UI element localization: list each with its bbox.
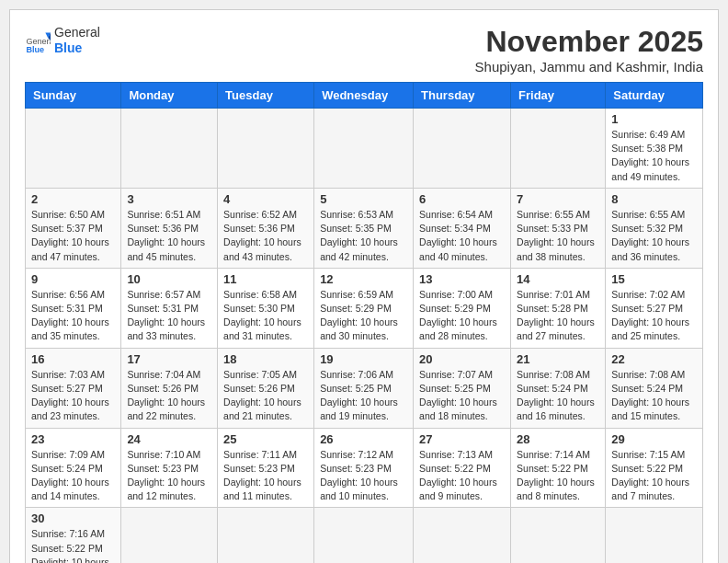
calendar-cell: 25Sunrise: 7:11 AM Sunset: 5:23 PM Dayli… <box>218 428 314 508</box>
day-number: 25 <box>223 432 308 446</box>
calendar-cell <box>511 508 606 563</box>
day-info: Sunrise: 7:08 AM Sunset: 5:24 PM Dayligh… <box>517 368 599 424</box>
day-info: Sunrise: 6:49 AM Sunset: 5:38 PM Dayligh… <box>611 128 697 184</box>
calendar-cell: 14Sunrise: 7:01 AM Sunset: 5:28 PM Dayli… <box>511 268 606 348</box>
day-info: Sunrise: 7:16 AM Sunset: 5:22 PM Dayligh… <box>31 527 115 563</box>
week-row-4: 16Sunrise: 7:03 AM Sunset: 5:27 PM Dayli… <box>26 348 703 428</box>
week-row-5: 23Sunrise: 7:09 AM Sunset: 5:24 PM Dayli… <box>26 428 703 508</box>
logo: General Blue General Blue <box>25 25 100 56</box>
day-info: Sunrise: 6:55 AM Sunset: 5:33 PM Dayligh… <box>517 208 599 264</box>
calendar-cell: 23Sunrise: 7:09 AM Sunset: 5:24 PM Dayli… <box>26 428 121 508</box>
calendar-cell <box>121 508 218 563</box>
day-number: 26 <box>320 432 407 446</box>
calendar-cell: 12Sunrise: 6:59 AM Sunset: 5:29 PM Dayli… <box>314 268 414 348</box>
day-info: Sunrise: 7:11 AM Sunset: 5:23 PM Dayligh… <box>223 448 308 504</box>
day-number: 30 <box>31 511 115 525</box>
month-title: November 2025 <box>475 25 703 59</box>
week-row-6: 30Sunrise: 7:16 AM Sunset: 5:22 PM Dayli… <box>26 508 703 563</box>
day-info: Sunrise: 6:50 AM Sunset: 5:37 PM Dayligh… <box>31 208 115 264</box>
calendar-cell: 16Sunrise: 7:03 AM Sunset: 5:27 PM Dayli… <box>26 348 121 428</box>
calendar-container: General Blue General Blue November 2025 … <box>9 9 719 563</box>
day-info: Sunrise: 7:00 AM Sunset: 5:29 PM Dayligh… <box>419 288 505 344</box>
calendar-cell: 1Sunrise: 6:49 AM Sunset: 5:38 PM Daylig… <box>606 109 703 189</box>
day-number: 29 <box>611 432 697 446</box>
day-info: Sunrise: 7:09 AM Sunset: 5:24 PM Dayligh… <box>31 448 115 504</box>
day-info: Sunrise: 7:07 AM Sunset: 5:25 PM Dayligh… <box>419 368 505 424</box>
calendar-cell <box>26 109 121 189</box>
day-info: Sunrise: 7:05 AM Sunset: 5:26 PM Dayligh… <box>223 368 308 424</box>
calendar-cell: 18Sunrise: 7:05 AM Sunset: 5:26 PM Dayli… <box>218 348 314 428</box>
calendar-cell: 11Sunrise: 6:58 AM Sunset: 5:30 PM Dayli… <box>218 268 314 348</box>
calendar-cell <box>511 109 606 189</box>
day-number: 11 <box>223 272 308 286</box>
day-number: 27 <box>419 432 505 446</box>
day-number: 19 <box>320 352 407 366</box>
day-number: 21 <box>517 352 599 366</box>
day-number: 4 <box>223 192 308 206</box>
day-info: Sunrise: 6:56 AM Sunset: 5:31 PM Dayligh… <box>31 288 115 344</box>
calendar-cell: 15Sunrise: 7:02 AM Sunset: 5:27 PM Dayli… <box>606 268 703 348</box>
calendar-cell: 21Sunrise: 7:08 AM Sunset: 5:24 PM Dayli… <box>511 348 606 428</box>
day-number: 16 <box>31 352 115 366</box>
day-number: 28 <box>517 432 599 446</box>
day-number: 12 <box>320 272 407 286</box>
day-number: 15 <box>611 272 697 286</box>
calendar-cell: 24Sunrise: 7:10 AM Sunset: 5:23 PM Dayli… <box>121 428 218 508</box>
weekday-header-thursday: Thursday <box>414 83 511 109</box>
calendar-cell: 6Sunrise: 6:54 AM Sunset: 5:34 PM Daylig… <box>414 188 511 268</box>
day-number: 9 <box>31 272 115 286</box>
day-info: Sunrise: 7:08 AM Sunset: 5:24 PM Dayligh… <box>611 368 697 424</box>
calendar-cell <box>218 109 314 189</box>
day-info: Sunrise: 6:52 AM Sunset: 5:36 PM Dayligh… <box>223 208 308 264</box>
day-info: Sunrise: 7:01 AM Sunset: 5:28 PM Dayligh… <box>517 288 599 344</box>
day-info: Sunrise: 6:59 AM Sunset: 5:29 PM Dayligh… <box>320 288 407 344</box>
logo-icon: General Blue <box>25 28 51 53</box>
day-number: 7 <box>517 192 599 206</box>
calendar-cell: 22Sunrise: 7:08 AM Sunset: 5:24 PM Dayli… <box>606 348 703 428</box>
day-number: 20 <box>419 352 505 366</box>
calendar-cell: 27Sunrise: 7:13 AM Sunset: 5:22 PM Dayli… <box>414 428 511 508</box>
day-info: Sunrise: 6:57 AM Sunset: 5:31 PM Dayligh… <box>127 288 211 344</box>
calendar-cell <box>314 109 414 189</box>
week-row-3: 9Sunrise: 6:56 AM Sunset: 5:31 PM Daylig… <box>26 268 703 348</box>
day-info: Sunrise: 7:14 AM Sunset: 5:22 PM Dayligh… <box>517 448 599 504</box>
calendar-cell: 9Sunrise: 6:56 AM Sunset: 5:31 PM Daylig… <box>26 268 121 348</box>
day-info: Sunrise: 6:55 AM Sunset: 5:32 PM Dayligh… <box>611 208 697 264</box>
calendar-cell <box>121 109 218 189</box>
day-info: Sunrise: 6:58 AM Sunset: 5:30 PM Dayligh… <box>223 288 308 344</box>
day-number: 5 <box>320 192 407 206</box>
day-number: 6 <box>419 192 505 206</box>
day-number: 8 <box>611 192 697 206</box>
day-number: 3 <box>127 192 211 206</box>
day-info: Sunrise: 7:03 AM Sunset: 5:27 PM Dayligh… <box>31 368 115 424</box>
day-number: 10 <box>127 272 211 286</box>
svg-text:Blue: Blue <box>26 44 44 52</box>
calendar-table: SundayMondayTuesdayWednesdayThursdayFrid… <box>25 82 703 563</box>
calendar-cell: 26Sunrise: 7:12 AM Sunset: 5:23 PM Dayli… <box>314 428 414 508</box>
weekday-header-tuesday: Tuesday <box>218 83 314 109</box>
calendar-cell <box>218 508 314 563</box>
day-info: Sunrise: 7:15 AM Sunset: 5:22 PM Dayligh… <box>611 448 697 504</box>
calendar-cell: 13Sunrise: 7:00 AM Sunset: 5:29 PM Dayli… <box>414 268 511 348</box>
calendar-cell <box>606 508 703 563</box>
day-info: Sunrise: 7:06 AM Sunset: 5:25 PM Dayligh… <box>320 368 407 424</box>
day-number: 24 <box>127 432 211 446</box>
week-row-1: 1Sunrise: 6:49 AM Sunset: 5:38 PM Daylig… <box>26 109 703 189</box>
day-number: 13 <box>419 272 505 286</box>
weekday-header-row: SundayMondayTuesdayWednesdayThursdayFrid… <box>26 83 703 109</box>
location-subtitle: Shupiyan, Jammu and Kashmir, India <box>475 59 703 75</box>
day-number: 1 <box>611 112 697 126</box>
day-info: Sunrise: 6:53 AM Sunset: 5:35 PM Dayligh… <box>320 208 407 264</box>
day-info: Sunrise: 7:02 AM Sunset: 5:27 PM Dayligh… <box>611 288 697 344</box>
calendar-cell: 17Sunrise: 7:04 AM Sunset: 5:26 PM Dayli… <box>121 348 218 428</box>
day-number: 18 <box>223 352 308 366</box>
weekday-header-saturday: Saturday <box>606 83 703 109</box>
day-number: 22 <box>611 352 697 366</box>
day-number: 23 <box>31 432 115 446</box>
calendar-cell: 3Sunrise: 6:51 AM Sunset: 5:36 PM Daylig… <box>121 188 218 268</box>
calendar-cell: 7Sunrise: 6:55 AM Sunset: 5:33 PM Daylig… <box>511 188 606 268</box>
title-area: November 2025 Shupiyan, Jammu and Kashmi… <box>475 25 703 75</box>
calendar-cell: 8Sunrise: 6:55 AM Sunset: 5:32 PM Daylig… <box>606 188 703 268</box>
day-info: Sunrise: 7:10 AM Sunset: 5:23 PM Dayligh… <box>127 448 211 504</box>
day-info: Sunrise: 7:13 AM Sunset: 5:22 PM Dayligh… <box>419 448 505 504</box>
